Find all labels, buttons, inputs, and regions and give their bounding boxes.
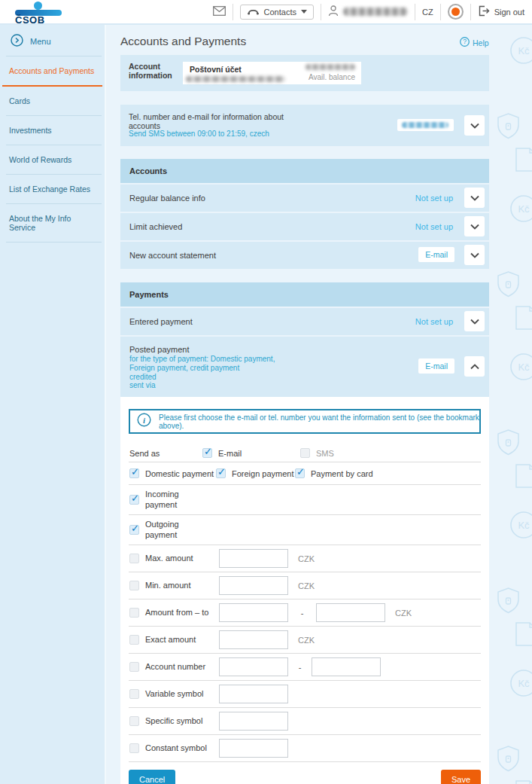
document-watermark-icon (514, 463, 532, 489)
record-button[interactable] (448, 4, 464, 20)
row-label: New account statement (129, 251, 216, 260)
svg-text:Kč: Kč (518, 361, 530, 373)
sidebar-item-cards[interactable]: Cards (0, 87, 105, 115)
signout-button[interactable]: Sign out (478, 5, 524, 18)
svg-text:Kč: Kč (518, 203, 530, 215)
row-status: Not set up (415, 317, 453, 326)
sidebar-item-about-my-info[interactable]: About the My Info Service (0, 204, 105, 242)
variable-symbol-checkbox[interactable] (129, 689, 139, 699)
foreign-payment-label: Foreign payment (232, 469, 294, 478)
info-note: i Please first choose the e-mail or tel.… (129, 409, 481, 434)
chevron-down-icon (470, 319, 479, 325)
sidebar-item-investments[interactable]: Investments (0, 116, 105, 145)
logo-dot (34, 2, 42, 10)
specific-symbol-label: Specific symbol (145, 716, 217, 726)
language-label: CZ (422, 8, 433, 17)
form-buttons: Cancel Save (129, 770, 481, 784)
payment-by-card-checkbox[interactable] (295, 468, 305, 478)
sidebar-menu-toggle[interactable]: Menu (0, 25, 105, 56)
row-label: Regular balance info (129, 194, 205, 203)
info-note-text: Please first choose the e-mail or tel. n… (159, 413, 479, 430)
help-link[interactable]: ? Help (460, 37, 489, 48)
exact-amount-checkbox[interactable] (129, 635, 139, 645)
row-regular-balance-info: Regular balance info Not set up (120, 185, 489, 212)
incoming-payment-checkbox[interactable] (129, 495, 139, 505)
currency-label: CZK (298, 636, 315, 645)
signout-label: Sign out (494, 8, 524, 17)
posted-payment-details: for the type of payment: Domestic paymen… (129, 355, 291, 390)
language-switcher[interactable]: CZ (422, 8, 433, 17)
svg-text:Kč: Kč (518, 520, 530, 531)
kc-coin-watermark-icon: Kč (509, 352, 532, 382)
signout-icon (478, 5, 490, 18)
sms-checkbox[interactable] (300, 448, 310, 458)
expand-row-button[interactable] (464, 311, 485, 331)
email-badge[interactable]: E-mail (418, 358, 454, 374)
account-number-prefix-input[interactable] (219, 657, 288, 676)
constant-symbol-input[interactable] (219, 739, 288, 758)
domestic-payment-label: Domestic payment (145, 469, 214, 478)
sidebar-item-exchange-rates[interactable]: List of Exchange Rates (0, 175, 105, 203)
document-watermark-icon (514, 147, 532, 172)
variable-symbol-input[interactable] (219, 685, 288, 703)
max-amount-checkbox[interactable] (129, 554, 139, 563)
specific-symbol-checkbox[interactable] (129, 716, 139, 726)
divider (440, 4, 441, 20)
expand-tel-button[interactable] (464, 115, 485, 136)
save-button[interactable]: Save (441, 770, 481, 784)
account-number-input[interactable] (312, 657, 381, 676)
row-status: Not set up (415, 194, 453, 203)
exact-amount-input[interactable] (219, 630, 288, 649)
email-checkbox[interactable] (202, 448, 212, 458)
max-amount-input[interactable] (219, 549, 288, 568)
variable-symbol-label: Variable symbol (145, 689, 217, 699)
specific-symbol-row: Specific symbol (129, 708, 481, 735)
amount-from-to-checkbox[interactable] (129, 608, 139, 618)
record-icon (448, 4, 464, 20)
collapse-row-button[interactable] (464, 356, 485, 377)
min-amount-checkbox[interactable] (129, 581, 139, 590)
email-badge[interactable]: E-mail (418, 247, 454, 262)
document-watermark-icon (514, 305, 532, 331)
account-number-checkbox[interactable] (129, 662, 139, 672)
divider (6, 242, 102, 243)
expand-row-button[interactable] (464, 245, 485, 265)
foreign-payment-checkbox[interactable] (216, 468, 226, 478)
domestic-payment-checkbox[interactable] (129, 468, 139, 478)
amount-from-to-row: Amount from – to - CZK (129, 599, 481, 627)
expand-row-button[interactable] (464, 216, 485, 236)
contacts-button[interactable]: Contacts (240, 5, 314, 20)
top-header: ČSOB Contacts (0, 0, 532, 25)
csob-logo[interactable]: ČSOB (11, 1, 75, 23)
page: KčKčKčKčKč ČSOB Contacts (0, 0, 532, 784)
outgoing-payment-checkbox[interactable] (129, 525, 139, 535)
constant-symbol-checkbox[interactable] (129, 743, 139, 753)
send-sms-link[interactable]: Send SMS between 09:00 to 21:59, czech (129, 130, 269, 138)
accounts-section-header: Accounts (120, 159, 489, 183)
user-menu[interactable] (328, 5, 408, 18)
range-dash: - (288, 663, 312, 672)
mail-button[interactable] (213, 6, 226, 17)
contacts-label: Contacts (264, 8, 296, 17)
min-amount-input[interactable] (219, 576, 288, 595)
divider (321, 4, 321, 20)
email-value-redacted[interactable] (397, 119, 454, 131)
document-watermark-icon (514, 779, 532, 784)
cancel-button[interactable]: Cancel (129, 770, 175, 784)
sms-checkbox-label: SMS (316, 449, 334, 458)
svg-text:Kč: Kč (518, 45, 530, 56)
amount-to-input[interactable] (316, 603, 385, 622)
amount-from-input[interactable] (219, 603, 288, 622)
exact-amount-row: Exact amount CZK (129, 627, 481, 654)
sidebar-item-world-of-rewards[interactable]: World of Rewards (0, 145, 105, 174)
sidebar-item-accounts-and-payments[interactable]: Accounts and Payments (0, 56, 105, 85)
kc-coin-watermark-icon: Kč (509, 35, 532, 66)
account-selector[interactable]: Poštovní účet Avail. balance (183, 62, 361, 84)
amount-from-to-label: Amount from – to (145, 608, 217, 618)
incoming-payment-label: Incoming payment (145, 490, 198, 509)
specific-symbol-input[interactable] (219, 712, 288, 731)
help-label: Help (473, 38, 489, 47)
tel-email-panel: Tel. number and e-mail for information a… (120, 105, 489, 146)
posted-payment-form: i Please first choose the e-mail or tel.… (120, 397, 489, 784)
expand-row-button[interactable] (464, 188, 485, 208)
